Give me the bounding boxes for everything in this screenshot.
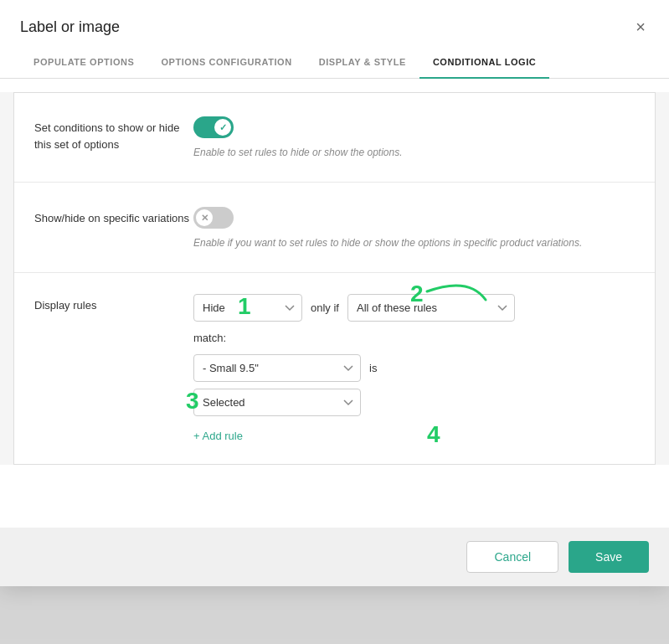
cancel-button[interactable]: Cancel	[466, 541, 558, 573]
conditions-toggle[interactable]: ✓	[193, 116, 234, 138]
modal-footer: Cancel Save	[0, 528, 669, 586]
toggle-x-icon: ✕	[201, 213, 208, 224]
tabs-bar: POPULATE OPTIONS OPTIONS CONFIGURATION D…	[0, 47, 669, 79]
variations-help-text: Enable if you want to set rules to hide …	[193, 237, 635, 249]
add-rule-link[interactable]: + Add rule	[193, 430, 243, 442]
state-row: Selected Not Selected	[193, 389, 635, 416]
tab-conditional-logic[interactable]: CONDITIONAL LOGIC	[419, 47, 549, 79]
inner-card: Set conditions to show or hide this set …	[13, 92, 656, 465]
variations-content: ✕ Enable if you want to set rules to hid…	[193, 207, 635, 249]
match-text: match:	[193, 332, 226, 344]
close-button[interactable]: ×	[632, 15, 649, 39]
modal-overlay: Label or image × POPULATE OPTIONS OPTION…	[0, 0, 669, 644]
conditions-content: ✓ Enable to set rules to hide or show th…	[193, 116, 635, 158]
rules-select[interactable]: All of these rules Any of these rules	[347, 294, 515, 322]
variations-toggle-knob: ✕	[196, 209, 213, 226]
match-row: match:	[193, 332, 635, 344]
is-text: is	[369, 362, 377, 374]
item-select[interactable]: - Small 9.5" - Medium 10" - Large 11"	[193, 354, 361, 382]
display-rules-section: Display rules Hide Show only if All of t…	[14, 274, 655, 463]
tab-populate-options[interactable]: POPULATE OPTIONS	[20, 47, 147, 79]
tab-display-style[interactable]: DISPLAY & STYLE	[306, 47, 419, 79]
toggle-knob: ✓	[214, 119, 231, 136]
conditions-toggle-wrapper: ✓	[193, 116, 635, 138]
state-select[interactable]: Selected Not Selected	[193, 389, 361, 416]
content-area: Set conditions to show or hide this set …	[0, 92, 669, 465]
tab-options-configuration[interactable]: OPTIONS CONFIGURATION	[147, 47, 305, 79]
conditions-label: Set conditions to show or hide this set …	[34, 116, 193, 158]
display-rules-content: Hide Show only if All of these rules Any…	[193, 294, 635, 443]
conditions-help-text: Enable to set rules to hide or show the …	[193, 147, 635, 158]
variations-toggle[interactable]: ✕	[193, 207, 234, 229]
variations-section: Show/hide on specific variations ✕ Enabl…	[14, 183, 655, 273]
toggle-check-icon: ✓	[219, 122, 227, 133]
display-rules-label: Display rules	[34, 294, 193, 443]
condition-row: - Small 9.5" - Medium 10" - Large 11" is	[193, 354, 635, 382]
only-if-text: only if	[311, 301, 339, 314]
modal-title: Label or image	[20, 18, 120, 36]
action-select[interactable]: Hide Show	[193, 294, 302, 322]
variations-label: Show/hide on specific variations	[34, 207, 193, 249]
save-button[interactable]: Save	[569, 541, 649, 573]
modal-header: Label or image ×	[0, 0, 669, 47]
modal: Label or image × POPULATE OPTIONS OPTION…	[0, 0, 669, 586]
variations-toggle-wrapper: ✕	[193, 207, 635, 229]
conditions-section: Set conditions to show or hide this set …	[14, 93, 655, 183]
rules-action-row: Hide Show only if All of these rules Any…	[193, 294, 635, 322]
